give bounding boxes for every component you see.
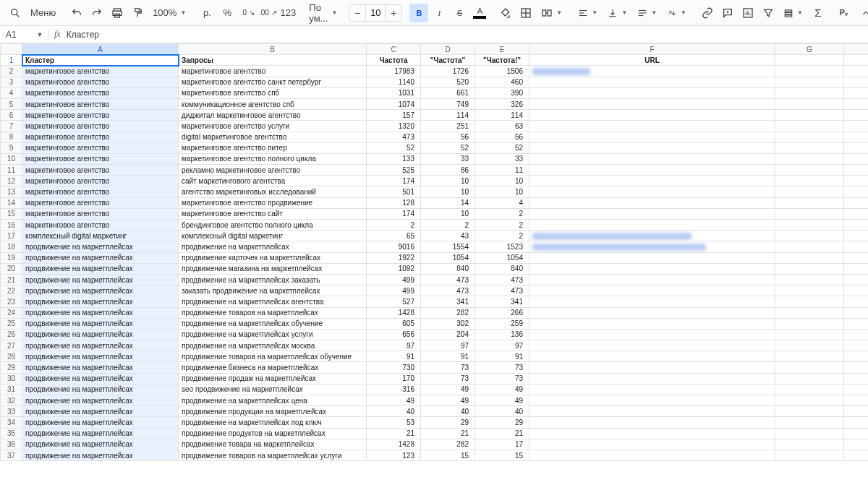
cell-C36[interactable]: 1428: [367, 439, 421, 450]
cell-F18[interactable]: [529, 241, 775, 252]
print-button[interactable]: [108, 4, 127, 22]
cell-D27[interactable]: 97: [421, 340, 475, 351]
cell-D37[interactable]: 15: [421, 450, 475, 460]
cell-A25[interactable]: продвижение на маркетплейсах: [22, 318, 179, 329]
cell-B27[interactable]: продвижение на маркетплейсах москва: [179, 340, 367, 351]
collapse-toolbar-button[interactable]: [856, 4, 868, 22]
row-header-11[interactable]: 11: [1, 165, 22, 176]
cell-F24[interactable]: [529, 307, 775, 318]
cell-B36[interactable]: продвижение товара на маркетплейсах: [179, 439, 367, 450]
cell-G6[interactable]: [775, 110, 844, 121]
cell-C3[interactable]: 1140: [367, 77, 421, 87]
cell-F33[interactable]: [529, 406, 775, 417]
cell-H6[interactable]: [844, 110, 869, 121]
cell-F31[interactable]: [529, 384, 775, 395]
cell-E19[interactable]: 1054: [475, 252, 529, 263]
cell-E28[interactable]: 91: [475, 351, 529, 362]
cell-E23[interactable]: 341: [475, 296, 529, 307]
cell-E24[interactable]: 266: [475, 307, 529, 318]
cell-A22[interactable]: продвижение на маркетплейсах: [22, 285, 179, 296]
cell-H37[interactable]: [844, 450, 869, 460]
cell-D5[interactable]: 749: [421, 98, 475, 109]
cell-A10[interactable]: маркетинговое агентство: [22, 153, 179, 164]
cell-G32[interactable]: [775, 395, 844, 406]
cell-A2[interactable]: маркетинговое агентство: [22, 66, 179, 77]
cell-C28[interactable]: 91: [367, 351, 421, 362]
redo-button[interactable]: [88, 4, 106, 22]
header-cell-E[interactable]: "Частота!": [475, 55, 529, 66]
cell-F19[interactable]: [529, 252, 775, 263]
cell-G22[interactable]: [775, 285, 844, 296]
row-header-8[interactable]: 8: [1, 132, 22, 142]
cell-B30[interactable]: продвижение продаж на маркетплейсах: [179, 373, 367, 384]
cell-D16[interactable]: 2: [421, 220, 475, 231]
cell-C26[interactable]: 656: [367, 329, 421, 340]
row-header-18[interactable]: 18: [1, 241, 22, 252]
cell-H25[interactable]: [844, 318, 869, 329]
row-header-9[interactable]: 9: [1, 142, 22, 153]
cell-D20[interactable]: 840: [421, 263, 475, 274]
row-header-26[interactable]: 26: [1, 329, 22, 340]
cell-D12[interactable]: 10: [421, 176, 475, 186]
column-header-B[interactable]: B: [179, 44, 367, 55]
cell-C11[interactable]: 525: [367, 165, 421, 176]
cell-E36[interactable]: 17: [475, 439, 529, 450]
text-rotation-button[interactable]: A▼: [663, 4, 691, 22]
cell-E26[interactable]: 136: [475, 329, 529, 340]
cell-A13[interactable]: маркетинговое агентство: [22, 186, 179, 197]
cell-G7[interactable]: [775, 121, 844, 132]
cell-H11[interactable]: [844, 165, 869, 176]
cell-B6[interactable]: диджитал маркетинговое агентство: [179, 110, 367, 121]
percent-button[interactable]: %: [218, 4, 237, 22]
cell-H12[interactable]: [844, 176, 869, 186]
row-header-6[interactable]: 6: [1, 110, 22, 121]
row-header-1[interactable]: 1: [1, 55, 22, 66]
row-header-7[interactable]: 7: [1, 121, 22, 132]
cell-C34[interactable]: 53: [367, 417, 421, 428]
cell-G35[interactable]: [775, 428, 844, 439]
cell-G27[interactable]: [775, 340, 844, 351]
row-header-21[interactable]: 21: [1, 274, 22, 285]
header-cell-D[interactable]: "Частота": [421, 55, 475, 66]
row-header-36[interactable]: 36: [1, 439, 22, 450]
cell-D25[interactable]: 302: [421, 318, 475, 329]
cell-D28[interactable]: 91: [421, 351, 475, 362]
cell-C14[interactable]: 128: [367, 197, 421, 208]
cell-H2[interactable]: [844, 66, 869, 77]
currency-button[interactable]: р.: [197, 4, 216, 22]
cell-A6[interactable]: маркетинговое агентство: [22, 110, 179, 121]
cell-B11[interactable]: рекламно маркетинговое агентство: [179, 165, 367, 176]
cell-A18[interactable]: продвижение на маркетплейсах: [22, 241, 179, 252]
cell-H19[interactable]: [844, 252, 869, 263]
cell-H32[interactable]: [844, 395, 869, 406]
cell-D23[interactable]: 341: [421, 296, 475, 307]
cell-D10[interactable]: 33: [421, 153, 475, 164]
font-size-increase[interactable]: +: [386, 7, 401, 19]
cell-G34[interactable]: [775, 417, 844, 428]
cell-G31[interactable]: [775, 384, 844, 395]
row-header-12[interactable]: 12: [1, 176, 22, 186]
header-cell-C[interactable]: Частота: [367, 55, 421, 66]
text-wrap-button[interactable]: ▼: [633, 4, 661, 22]
cell-F30[interactable]: [529, 373, 775, 384]
cell-B10[interactable]: маркетинговое агентство полного цикла: [179, 153, 367, 164]
cell-F25[interactable]: [529, 318, 775, 329]
menu-button[interactable]: Меню: [26, 4, 60, 22]
cell-B16[interactable]: брендинговое агентство полного цикла: [179, 220, 367, 231]
cell-G12[interactable]: [775, 176, 844, 186]
cell-B24[interactable]: продвижение товаров на маркетплейсах: [179, 307, 367, 318]
undo-button[interactable]: [67, 4, 86, 22]
cell-D4[interactable]: 661: [421, 87, 475, 98]
cell-A29[interactable]: продвижение на маркетплейсах: [22, 362, 179, 373]
cell-G10[interactable]: [775, 153, 844, 164]
cell-G5[interactable]: [775, 98, 844, 109]
cell-G13[interactable]: [775, 186, 844, 197]
cell-A11[interactable]: маркетинговое агентство: [22, 165, 179, 176]
font-size-value[interactable]: 10: [365, 5, 386, 21]
strikethrough-button[interactable]: S: [450, 4, 469, 22]
cell-F27[interactable]: [529, 340, 775, 351]
cell-G25[interactable]: [775, 318, 844, 329]
cell-C21[interactable]: 499: [367, 274, 421, 285]
cell-A33[interactable]: продвижение на маркетплейсах: [22, 406, 179, 417]
cell-D24[interactable]: 282: [421, 307, 475, 318]
